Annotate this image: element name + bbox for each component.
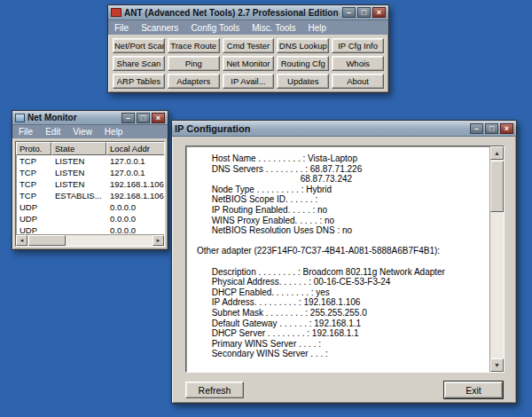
ant-app-icon[interactable] xyxy=(111,8,121,17)
tool-button-dns-lookup[interactable]: DNS Lookup xyxy=(277,38,329,53)
horizontal-scrollbar[interactable]: ◄ ► xyxy=(16,234,164,246)
ant-menu-scanners[interactable]: Scanners xyxy=(135,21,184,35)
tool-button-net-port-scan[interactable]: Net/Port Scan xyxy=(113,38,165,53)
tool-button-whois[interactable]: Whois xyxy=(332,56,384,71)
ant-tool-button-grid: Net/Port ScanTrace RouteCmd TesterDNS Lo… xyxy=(108,35,388,92)
ant-menu-file[interactable]: File xyxy=(108,21,135,35)
table-cell: TCP xyxy=(16,191,51,201)
ant-window: ANT (Advanced Net Tools) 2.7 Professiona… xyxy=(107,4,389,93)
table-cell: ESTABLIS... xyxy=(51,191,106,201)
net-monitor-menu-view[interactable]: View xyxy=(66,125,98,138)
table-cell: TCP xyxy=(16,156,51,166)
ant-titlebar[interactable]: ANT (Advanced Net Tools) 2.7 Professiona… xyxy=(108,5,388,20)
table-cell: 127.0.0.1 xyxy=(106,168,165,177)
ant-window-title: ANT (Advanced Net Tools) 2.7 Professiona… xyxy=(124,8,340,18)
table-cell: 127.0.0.1 xyxy=(106,156,165,166)
net-monitor-menubar: FileEditViewHelp xyxy=(12,125,168,138)
ant-minimize-button[interactable]: – xyxy=(342,7,356,18)
tool-button-ip-avail[interactable]: IP Avail... xyxy=(223,74,275,89)
net-monitor-window-controls: –□× xyxy=(121,113,165,123)
ant-menu-config-tools[interactable]: Config Tools xyxy=(184,21,246,35)
ant-menu-help[interactable]: Help xyxy=(302,21,333,35)
table-cell: 0.0.0.0 xyxy=(106,214,165,224)
net-monitor-minimize-button[interactable]: – xyxy=(121,113,135,123)
ant-close-button[interactable]: × xyxy=(372,7,386,18)
ant-menu-misc-tools[interactable]: Misc. Tools xyxy=(246,21,301,35)
net-monitor-window-title: Net Monitor xyxy=(27,113,119,122)
tool-button-ping[interactable]: Ping xyxy=(168,56,220,71)
column-header-local-addr[interactable]: Local Addr xyxy=(106,142,165,155)
ant-window-controls: –□× xyxy=(342,7,386,18)
tool-button-routing-cfg[interactable]: Routing Cfg xyxy=(277,56,329,71)
table-cell: 192.168.1.106 xyxy=(106,179,165,189)
ip-config-minimize-button[interactable]: – xyxy=(470,123,483,134)
tool-button-updates[interactable]: Updates xyxy=(277,74,329,89)
connections-list: Proto.StateLocal Addr TCPLISTEN127.0.0.1… xyxy=(15,141,165,247)
scroll-right-button[interactable]: ► xyxy=(153,235,164,246)
connections-column-headers: Proto.StateLocal Addr xyxy=(16,142,164,155)
refresh-button[interactable]: Refresh xyxy=(185,382,244,398)
ant-maximize-button[interactable]: □ xyxy=(357,7,371,18)
table-row[interactable]: UDP0.0.0.0 xyxy=(16,201,164,213)
ip-config-close-button[interactable]: × xyxy=(500,123,513,134)
net-monitor-close-button[interactable]: × xyxy=(152,113,165,123)
tool-button-adapters[interactable]: Adapters xyxy=(168,74,220,89)
ip-config-window-title: IP Configuration xyxy=(175,123,467,134)
ip-config-maximize-button[interactable]: □ xyxy=(485,123,498,134)
ant-menubar: FileScannersConfig ToolsMisc. ToolsHelp xyxy=(108,20,388,35)
table-row[interactable]: UDP0.0.0.0 xyxy=(16,213,164,224)
ipconfig-output-text: Host Name . . . . . . . . . : Vista-Lapt… xyxy=(186,146,489,372)
net-monitor-window: Net Monitor –□× FileEditViewHelp Proto.S… xyxy=(12,110,168,250)
ip-config-titlebar[interactable]: IP Configuration –□× xyxy=(172,121,516,137)
tool-button-net-monitor[interactable]: Net Monitor xyxy=(223,56,275,71)
connections-rows: TCPLISTEN127.0.0.1TCPLISTEN127.0.0.1TCPL… xyxy=(16,155,164,236)
table-cell: UDP xyxy=(16,202,51,212)
table-cell: 0.0.0.0 xyxy=(106,202,165,212)
column-header-state[interactable]: State xyxy=(51,142,106,155)
ipconfig-output-panel: Host Name . . . . . . . . . : Vista-Lapt… xyxy=(185,146,505,373)
tool-button-about[interactable]: About xyxy=(332,74,384,89)
ip-configuration-window: IP Configuration –□× Host Name . . . . .… xyxy=(171,120,517,404)
table-cell: UDP xyxy=(16,214,51,224)
net-monitor-maximize-button[interactable]: □ xyxy=(137,113,150,123)
net-monitor-icon[interactable] xyxy=(15,114,25,122)
table-cell: TCP xyxy=(16,168,51,177)
table-cell: 192.168.1.106 xyxy=(106,191,165,201)
table-row[interactable]: TCPESTABLIS...192.168.1.106 xyxy=(16,190,164,201)
table-cell: LISTEN xyxy=(51,179,106,189)
net-monitor-menu-file[interactable]: File xyxy=(12,125,39,138)
table-row[interactable]: TCPLISTEN192.168.1.106 xyxy=(16,178,164,190)
ip-config-window-controls: –□× xyxy=(470,123,513,134)
column-header-proto[interactable]: Proto. xyxy=(16,142,51,155)
scroll-down-button[interactable]: ▼ xyxy=(490,358,504,372)
net-monitor-menu-edit[interactable]: Edit xyxy=(39,125,66,138)
tool-button-cmd-tester[interactable]: Cmd Tester xyxy=(223,38,275,53)
table-cell: LISTEN xyxy=(51,168,106,177)
scroll-up-button[interactable]: ▲ xyxy=(490,146,504,160)
scroll-left-button[interactable]: ◄ xyxy=(16,235,27,246)
tool-button-ip-cfg-info[interactable]: IP Cfg Info xyxy=(332,38,384,53)
tool-button-trace-route[interactable]: Trace Route xyxy=(168,38,220,53)
vertical-scrollbar[interactable]: ▲ ▼ xyxy=(489,146,504,372)
table-cell: LISTEN xyxy=(51,156,106,166)
tool-button-share-scan[interactable]: Share Scan xyxy=(113,56,165,71)
tool-button-arp-tables[interactable]: ARP Tables xyxy=(113,74,165,89)
vertical-scroll-thumb[interactable] xyxy=(490,161,504,212)
table-cell: TCP xyxy=(16,179,51,189)
exit-button[interactable]: Exit xyxy=(444,382,503,398)
net-monitor-menu-help[interactable]: Help xyxy=(98,125,129,138)
table-row[interactable]: TCPLISTEN127.0.0.1 xyxy=(16,167,164,178)
net-monitor-titlebar[interactable]: Net Monitor –□× xyxy=(12,111,168,125)
horizontal-scroll-thumb[interactable] xyxy=(28,235,66,246)
table-row[interactable]: TCPLISTEN127.0.0.1 xyxy=(16,155,164,167)
